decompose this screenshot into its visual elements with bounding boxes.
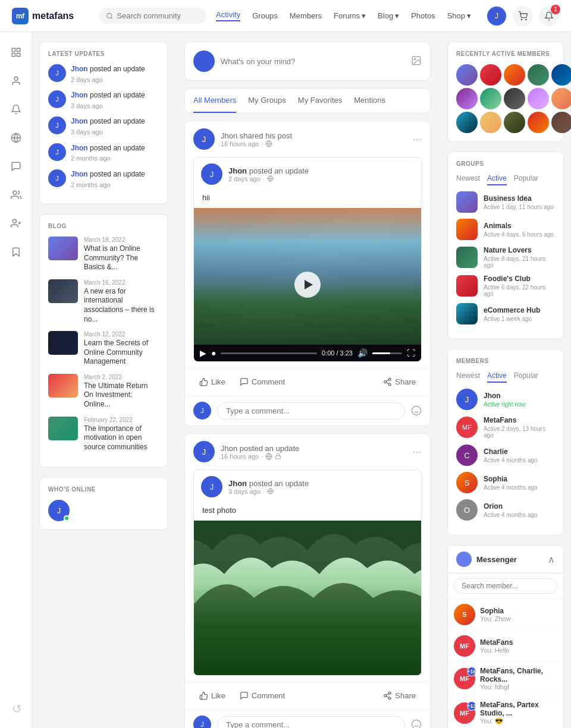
member-avatar[interactable] [528, 88, 549, 109]
comment-input[interactable] [217, 402, 405, 420]
comment-icon [240, 377, 249, 386]
member-avatar[interactable] [480, 64, 501, 86]
users-icon-button[interactable] [5, 184, 27, 206]
blog-post-title[interactable]: The Ultimate Return On Investment: Onlin… [84, 382, 159, 409]
online-user-avatar[interactable]: J [48, 500, 70, 521]
notifications-button[interactable]: 1 [539, 6, 559, 26]
messenger-search-input[interactable] [454, 578, 557, 594]
member-avatar[interactable] [528, 64, 549, 86]
member-avatar-sm[interactable]: S [456, 472, 478, 493]
post-options-button[interactable]: ··· [413, 134, 422, 144]
tab-mentions[interactable]: Mentions [354, 89, 385, 113]
video-play-control[interactable]: ▶ [200, 348, 206, 358]
tab-my-favorites[interactable]: My Favorites [298, 89, 342, 113]
nav-blog[interactable]: Blog ▾ [378, 11, 399, 20]
msg-avatar: MF [454, 635, 475, 657]
video-fullscreen-button[interactable]: ⛶ [407, 348, 415, 358]
share-button[interactable]: Share [377, 374, 422, 389]
bookmark-icon-button[interactable] [5, 241, 27, 263]
video-volume-bar[interactable] [372, 352, 402, 354]
tab-my-groups[interactable]: My Groups [248, 89, 286, 113]
tab-groups-newest[interactable]: Newest [456, 174, 480, 185]
member-avatar[interactable] [480, 112, 501, 133]
blog-post-title[interactable]: The importance of motivation in open sou… [84, 424, 159, 452]
share-button[interactable]: Share [377, 688, 422, 703]
tab-members-active[interactable]: Active [487, 371, 507, 383]
nav-shop[interactable]: Shop ▾ [447, 11, 471, 20]
comment-input-2[interactable] [217, 716, 405, 729]
nav-members[interactable]: Members [290, 11, 322, 20]
like-button[interactable]: Like [193, 374, 231, 389]
grid-icon-button[interactable] [5, 42, 27, 63]
group-icon[interactable] [456, 219, 478, 240]
video-volume-icon[interactable]: 🔊 [357, 348, 368, 358]
member-avatar-sm[interactable]: C [456, 445, 478, 466]
video-play-button[interactable] [294, 272, 321, 298]
group-icon[interactable] [456, 303, 478, 324]
group-icon[interactable] [456, 247, 478, 268]
search-input[interactable] [117, 11, 199, 20]
search-bar[interactable] [99, 8, 206, 24]
blog-post-title[interactable]: A new era for international associations… [84, 287, 159, 324]
list-item[interactable]: MF MetaFans You: Hello [448, 631, 563, 662]
post-options-button[interactable]: ··· [413, 446, 422, 457]
emoji-icon[interactable] [411, 405, 422, 416]
tab-all-members[interactable]: All Members [193, 89, 236, 113]
tab-groups-active[interactable]: Active [487, 174, 507, 185]
post-image-button[interactable] [411, 55, 422, 68]
like-button[interactable]: Like [193, 688, 231, 703]
member-avatar-sm[interactable]: O [456, 499, 478, 521]
member-avatar[interactable] [528, 112, 549, 133]
list-item[interactable]: S Sophia You: Zhow [448, 599, 563, 631]
update-user-link[interactable]: Jhon [71, 144, 88, 152]
member-avatar[interactable] [551, 88, 571, 109]
chat-icon-button[interactable] [5, 156, 27, 177]
globe-icon-button[interactable] [5, 127, 27, 149]
tab-members-newest[interactable]: Newest [456, 371, 480, 383]
member-avatar-sm[interactable]: J [456, 389, 478, 410]
update-user-link[interactable]: Jhon [71, 117, 88, 125]
update-user-link[interactable]: Jhon [71, 91, 88, 99]
comment-button[interactable]: Comment [234, 374, 291, 389]
nav-activity[interactable]: Activity [216, 10, 240, 21]
member-avatar[interactable] [551, 64, 571, 86]
video-stop-control[interactable]: ● [211, 348, 216, 358]
nav-forums[interactable]: Forums ▾ [334, 11, 366, 20]
add-user-icon-button[interactable] [5, 213, 27, 234]
member-avatar[interactable] [456, 64, 478, 86]
member-avatar[interactable] [480, 88, 501, 109]
user-icon-button[interactable] [5, 70, 27, 92]
update-user-link[interactable]: Jhon [71, 170, 88, 178]
member-avatar[interactable] [456, 112, 478, 133]
cart-button[interactable] [513, 6, 533, 26]
tab-members-popular[interactable]: Popular [514, 371, 538, 383]
nav-groups[interactable]: Groups [252, 11, 278, 20]
list-item[interactable]: MF +16 MetaFans, Charlie, Rocks... You: … [448, 662, 563, 696]
post-input[interactable] [221, 57, 405, 66]
list-item[interactable]: MF +13 MetaFans, Partex Studio, ... You:… [448, 696, 563, 728]
messenger-search [448, 573, 563, 599]
nav-photos[interactable]: Photos [411, 11, 435, 20]
comment-button[interactable]: Comment [234, 688, 291, 703]
member-avatar[interactable] [504, 64, 525, 86]
member-avatar[interactable] [456, 88, 478, 109]
blog-post-title[interactable]: What is an Online Community? The Basics … [84, 244, 159, 272]
update-user-link[interactable]: Jhon [71, 65, 88, 73]
member-avatar-sm[interactable]: MF [456, 417, 478, 438]
update-time: 2 months ago [71, 181, 145, 190]
members-tabs: Newest Active Popular [456, 371, 555, 383]
blog-date: February 22, 2022 [84, 417, 159, 423]
bell-sidebar-icon-button[interactable] [5, 99, 27, 120]
video-progress-bar[interactable] [221, 352, 317, 354]
group-icon[interactable] [456, 275, 478, 297]
messenger-collapse-button[interactable]: ∧ [548, 554, 555, 565]
member-avatar[interactable] [504, 88, 525, 109]
group-icon[interactable] [456, 191, 478, 213]
member-avatar[interactable] [551, 112, 571, 133]
member-avatar[interactable] [504, 112, 525, 133]
logo[interactable]: mf metafans [12, 8, 89, 24]
blog-post-title[interactable]: Learn the Secrets of Online Community Ma… [84, 339, 159, 367]
emoji-icon-2[interactable] [411, 719, 422, 728]
tab-groups-popular[interactable]: Popular [514, 174, 538, 185]
profile-button[interactable]: J [487, 6, 507, 26]
